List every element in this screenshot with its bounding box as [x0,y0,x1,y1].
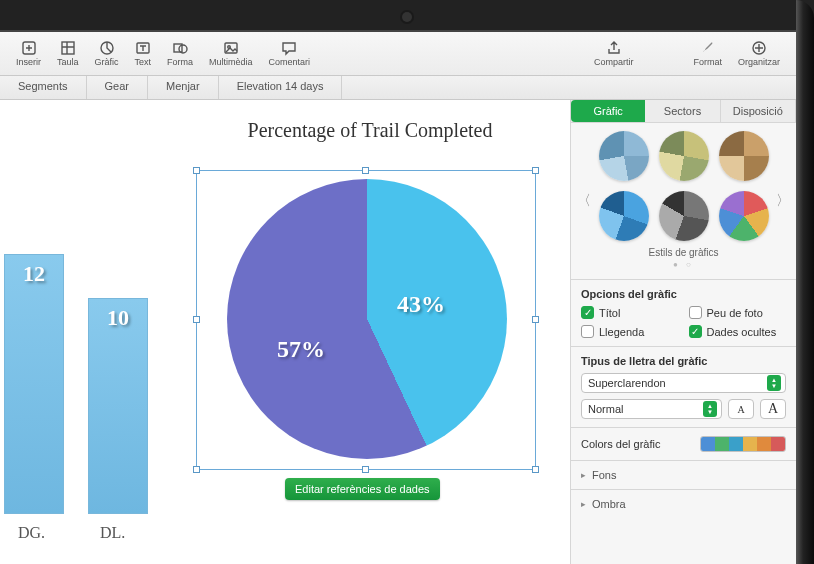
format-inspector: Gràfic Sectors Disposició 〈 〉 Estils de … [570,100,796,564]
bar-chart-fragment: 12 10 [0,140,170,514]
font-smaller-button[interactable]: A [728,399,754,419]
checkbox-caption[interactable]: Peu de foto [689,306,787,319]
disclosure-fons[interactable]: ▸ Fons [571,460,796,489]
spreadsheet-canvas[interactable]: 12 10 DG. DL. Percentage of Trail Comple… [0,100,570,564]
pie-slice-b-label: 57% [277,336,325,363]
plus-box-icon [21,40,37,56]
sheet-tab-menjar[interactable]: Menjar [148,76,219,99]
comment-icon [281,40,297,56]
sheet-tab-segments[interactable]: Segments [0,76,87,99]
font-larger-button[interactable]: A [760,399,786,419]
axis-label-dl: DL. [100,524,125,542]
inspector-tabs: Gràfic Sectors Disposició [571,100,796,123]
toolbar-comment[interactable]: Comentari [263,38,317,69]
toolbar-text[interactable]: Text [129,38,158,69]
svg-rect-1 [62,42,74,54]
axis-label-dg: DG. [18,524,45,542]
tab-chart[interactable]: Gràfic [571,100,645,122]
checkbox-hidden-data[interactable]: ✓Dades ocultes [689,325,787,338]
chart-options-section: Opcions del gràfic ✓Títol Peu de foto Ll… [571,279,796,346]
pie-icon [99,40,115,56]
table-icon [60,40,76,56]
font-family-select[interactable]: Superclarendon ▲▼ [581,373,786,393]
chart-style-1[interactable] [599,131,649,181]
tab-layout[interactable]: Disposició [721,100,796,122]
section-title: Tipus de lletra del gràfic [581,355,786,367]
toolbar-share[interactable]: Compartir [588,38,640,69]
bar-dl: 10 [88,298,148,514]
sheet-tab-gear[interactable]: Gear [87,76,148,99]
chart-font-section: Tipus de lletra del gràfic Superclarendo… [571,346,796,427]
font-style-select[interactable]: Normal ▲▼ [581,399,722,419]
checkbox-title[interactable]: ✓Títol [581,306,679,319]
chart-style-6[interactable] [719,191,769,241]
text-icon [135,40,151,56]
tab-sectors[interactable]: Sectors [645,100,720,122]
styles-caption: Estils de gràfics [575,241,792,260]
toolbar-table[interactable]: Taula [51,38,85,69]
sheet-tabs: Segments Gear Menjar Elevation 14 days [0,76,796,100]
styles-page-dots[interactable]: ● ○ [575,260,792,275]
checkbox-legend[interactable]: Llegenda [581,325,679,338]
toolbar-insert[interactable]: Inserir [10,38,47,69]
media-icon [223,40,239,56]
chart-styles: 〈 〉 Estils de gràfics ● ○ [571,123,796,279]
chart-style-2[interactable] [659,131,709,181]
pie-chart-title[interactable]: Percentage of Trail Completed [230,118,510,143]
section-title: Opcions del gràfic [581,288,786,300]
chart-style-4[interactable] [599,191,649,241]
toolbar-chart[interactable]: Gràfic [89,38,125,69]
svg-point-5 [179,45,187,53]
sheet-tab-elevation[interactable]: Elevation 14 days [219,76,343,99]
shape-icon [172,40,188,56]
main-toolbar: Inserir Taula Gràfic Text Forma Multimèd… [0,32,796,76]
toolbar-format[interactable]: Format [687,38,728,69]
disclosure-ombra[interactable]: ▸ Ombra [571,489,796,518]
chevron-right-icon: ▸ [581,499,586,509]
organize-icon [751,40,767,56]
pie-slice-a-label: 43% [397,291,445,318]
share-icon [606,40,622,56]
styles-next[interactable]: 〉 [772,188,794,214]
chart-colors-section: Colors del gràfic [571,427,796,460]
edit-data-references-button[interactable]: Editar referències de dades [285,478,440,500]
styles-prev[interactable]: 〈 [573,188,595,214]
brush-icon [700,40,716,56]
toolbar-media[interactable]: Multimèdia [203,38,259,69]
chart-color-picker[interactable] [700,436,786,452]
bar-value: 12 [5,261,63,287]
chart-style-3[interactable] [719,131,769,181]
toolbar-shape[interactable]: Forma [161,38,199,69]
toolbar-organize[interactable]: Organitzar [732,38,786,69]
bar-value: 10 [89,305,147,331]
bar-dg: 12 [4,254,64,514]
pie-chart-selection[interactable]: 43% 57% [196,170,536,470]
section-title: Colors del gràfic [581,438,660,450]
chart-style-5[interactable] [659,191,709,241]
pie-chart[interactable] [227,179,507,459]
chevron-right-icon: ▸ [581,470,586,480]
